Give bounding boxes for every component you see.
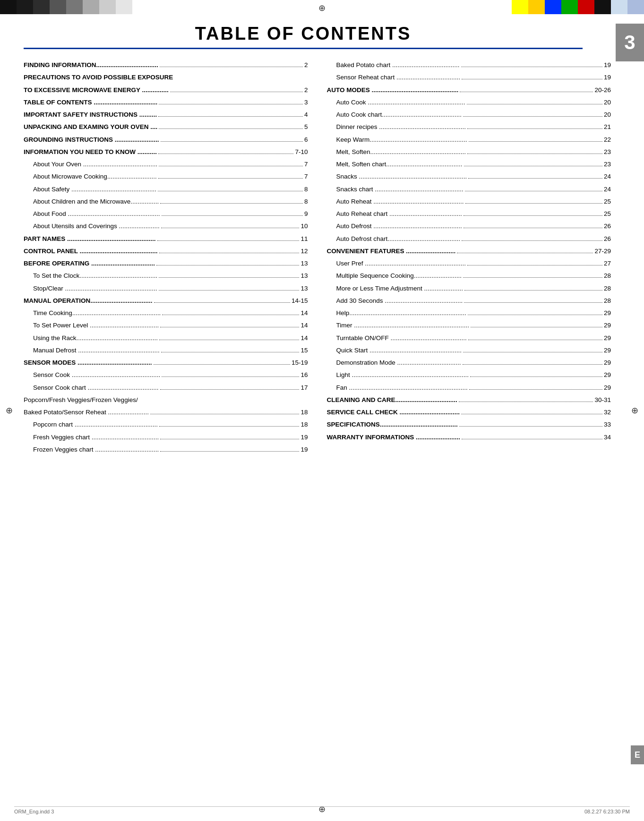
toc-label: Sensor Cook chart ......................… [33, 383, 159, 393]
toc-page: 10 [301, 222, 308, 231]
toc-dots [159, 340, 299, 340]
toc-label: PRECAUTIONS TO AVOID POSSIBLE EXPOSURE [24, 73, 173, 82]
toc-label: CONVENIENT FEATURES ....................… [327, 247, 456, 256]
toc-label: Popcorn/Fresh Veggies/Frozen Veggies/ [24, 395, 138, 405]
toc-page: 5 [304, 122, 308, 132]
toc-label: Keep Warm...............................… [336, 135, 467, 145]
color-block [83, 0, 99, 14]
toc-label: CONTROL PANEL ..........................… [24, 247, 158, 256]
registration-mark-top: ⊕ [318, 3, 326, 13]
toc-entry: BEFORE OPERATING .......................… [24, 259, 308, 268]
toc-dots [159, 253, 300, 253]
toc-page: 27-29 [594, 247, 611, 256]
toc-left-column: FINDING INFORMATION.....................… [24, 60, 308, 457]
toc-entry: Snacks .................................… [327, 172, 611, 181]
color-block [0, 0, 17, 14]
toc-dots [161, 141, 303, 142]
toc-dots [161, 228, 300, 228]
toc-label: Add 30 Seconds .........................… [336, 296, 463, 306]
color-block [17, 0, 33, 14]
toc-entry: Turntable ON/OFF .......................… [327, 334, 611, 343]
toc-dots [467, 265, 602, 265]
color-block [116, 0, 132, 14]
toc-page: 28 [604, 271, 611, 281]
toc-entry: WARRANTY INFORMATIONS ..................… [327, 433, 611, 442]
toc-page: 18 [301, 420, 308, 429]
toc-entry: Sensor Cook ............................… [24, 370, 308, 380]
toc-entry: Dinner recipes .........................… [327, 122, 611, 132]
toc-label: About Children and the Microwave........… [33, 197, 159, 206]
toc-page: 20 [604, 110, 611, 120]
toc-entry: More or Less Time Adjustment ...........… [327, 284, 611, 293]
toc-page: 13 [301, 284, 308, 293]
toc-entry: Auto Cook chart.........................… [327, 110, 611, 120]
toc-entry: CONVENIENT FEATURES ....................… [327, 247, 611, 256]
toc-page: 14 [301, 308, 308, 318]
toc-label: Auto Cook chart.........................… [336, 110, 462, 120]
file-info-right: 08.2.27 6:23:30 PM [584, 809, 630, 814]
color-block [561, 0, 578, 14]
color-block [627, 0, 644, 14]
toc-label: Frozen Veggies chart ...................… [33, 445, 159, 454]
toc-entry: CONTROL PANEL ..........................… [24, 247, 308, 256]
toc-page: 20-26 [594, 86, 611, 95]
toc-label: IMPORTANT SAFETY INSTRUCTIONS .......... [24, 110, 157, 120]
toc-entry: Manual Defrost .........................… [24, 346, 308, 355]
toc-page: 7 [304, 160, 308, 169]
toc-label: Auto Reheat ............................… [336, 197, 464, 206]
toc-dots [468, 178, 602, 179]
toc-entry: Add 30 Seconds .........................… [327, 296, 611, 306]
toc-entry: Keep Warm...............................… [327, 135, 611, 145]
toc-entry: Help....................................… [327, 308, 611, 318]
toc-dots [467, 104, 602, 104]
toc-columns: FINDING INFORMATION.....................… [24, 60, 611, 457]
toc-dots [465, 203, 602, 204]
toc-label: Baked Potato/Sensor Reheat .............… [24, 408, 149, 417]
toc-page: 28 [604, 284, 611, 293]
color-block [611, 0, 627, 14]
toc-entry: Popcorn/Fresh Veggies/Frozen Veggies/ [24, 395, 308, 405]
toc-dots [460, 92, 593, 92]
toc-page: 28 [604, 296, 611, 306]
toc-page: 29 [604, 358, 611, 368]
toc-dots [162, 376, 299, 377]
color-block [33, 0, 50, 14]
toc-entry: About Your Oven ........................… [24, 160, 308, 169]
toc-page: 14-15 [292, 296, 308, 306]
toc-label: Help....................................… [336, 308, 466, 318]
toc-entry: Baked Potato chart .....................… [327, 60, 611, 70]
toc-dots [462, 79, 602, 79]
toc-dots [162, 315, 299, 315]
toc-page: 29 [604, 370, 611, 380]
toc-page: 2 [304, 86, 308, 95]
toc-label: PART NAMES .............................… [24, 234, 156, 244]
toc-page: 20 [604, 98, 611, 107]
toc-label: Auto Defrost chart......................… [336, 234, 461, 244]
toc-label: User Pref ..............................… [336, 259, 466, 268]
toc-dots [459, 426, 602, 427]
toc-label: Fresh Veggies chart ....................… [33, 433, 159, 442]
toc-page: 13 [301, 259, 308, 268]
toc-entry: Timer ..................................… [327, 321, 611, 330]
toc-dots [160, 451, 299, 452]
toc-page: 16 [301, 370, 308, 380]
toc-label: Turntable ON/OFF .......................… [336, 334, 467, 343]
toc-label: Using the Rack..........................… [33, 334, 158, 343]
toc-dots [464, 228, 602, 228]
toc-dots [160, 439, 299, 439]
toc-label: About Utensils and Coverings ...........… [33, 222, 160, 231]
toc-dots [160, 327, 299, 327]
toc-page: 6 [304, 135, 308, 145]
toc-page: 29 [604, 346, 611, 355]
toc-dots [162, 215, 303, 216]
toc-page: 30-31 [594, 395, 611, 405]
toc-page: 15 [301, 346, 308, 355]
toc-dots [161, 352, 300, 352]
registration-mark-left: ⊕ [6, 405, 13, 416]
toc-entry: SERVICE CALL CHECK .....................… [327, 408, 611, 417]
toc-label: MANUAL OPERATION........................… [24, 296, 153, 306]
top-bar-right [512, 0, 644, 14]
toc-entry: TABLE OF CONTENTS ......................… [24, 98, 308, 107]
toc-page: 7-10 [295, 147, 308, 157]
toc-entry: To Set Power Level .....................… [24, 321, 308, 330]
